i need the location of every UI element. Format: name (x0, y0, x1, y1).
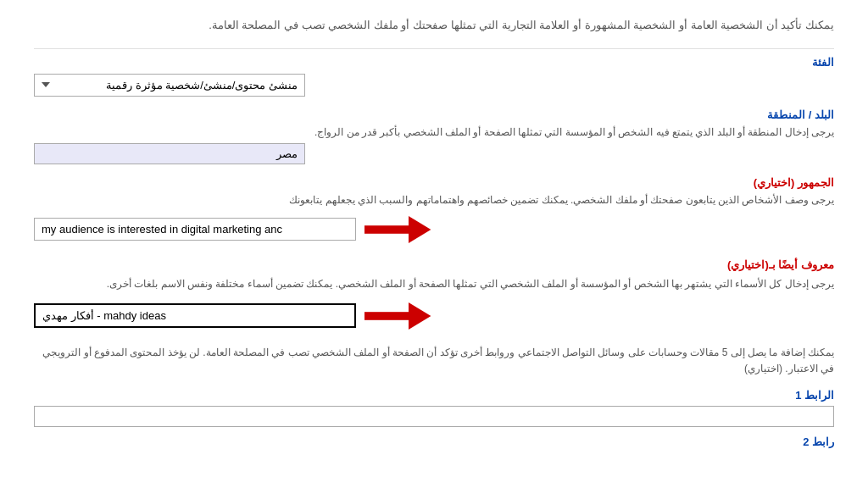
also-known-label: معروف أيضًا بـ(اختياري) (34, 258, 834, 271)
svg-marker-3 (409, 302, 431, 330)
link1-section: الرابط 1 (34, 389, 834, 427)
svg-marker-1 (409, 216, 431, 243)
svg-rect-2 (364, 312, 410, 320)
link2-label: رابط 2 (34, 435, 834, 448)
also-known-arrow-input-row (34, 299, 834, 333)
audience-input[interactable] (34, 218, 356, 241)
bottom-note: يمكنك إضافة ما يصل إلى 5 مقالات وحسابات … (34, 345, 834, 377)
also-known-description: يرجى إدخال كل الأسماء التي يشتهر بها الش… (34, 276, 834, 292)
also-known-input[interactable] (34, 303, 356, 328)
region-label: البلد / المنطقة (34, 108, 834, 121)
audience-section: الجمهور (اختياري) يرجى وصف الأشخاص الذين… (34, 176, 834, 247)
audience-label: الجمهور (اختياري) (34, 176, 834, 189)
link2-section: رابط 2 (34, 435, 834, 448)
audience-description: يرجى وصف الأشخاص الذين يتابعون صفحتك أو … (34, 194, 834, 206)
link1-input[interactable] (34, 406, 834, 427)
region-input-wrapper (34, 143, 834, 164)
region-description: يرجى إدخال المنطقة أو البلد الذي يتمتع ف… (34, 126, 834, 138)
divider-1 (34, 48, 834, 49)
also-known-section: معروف أيضًا بـ(اختياري) يرجى إدخال كل ال… (34, 258, 834, 333)
svg-rect-0 (364, 225, 410, 234)
audience-arrow-input-row (34, 213, 834, 247)
category-label: الفئة (34, 56, 834, 69)
top-description: يمكنك تأكيد أن الشخصية العامة أو الشخصية… (34, 17, 834, 35)
region-input[interactable] (34, 143, 305, 164)
category-dropdown[interactable]: منشئ محتوى/منشئ/شخصية مؤثرة رقمية شخصية … (34, 74, 305, 97)
also-known-arrow (364, 299, 432, 333)
link1-label: الرابط 1 (34, 389, 834, 402)
category-dropdown-wrapper: منشئ محتوى/منشئ/شخصية مؤثرة رقمية شخصية … (34, 74, 834, 97)
region-section: البلد / المنطقة يرجى إدخال المنطقة أو ال… (34, 108, 834, 164)
audience-arrow (364, 213, 432, 247)
page-container: يمكنك تأكيد أن الشخصية العامة أو الشخصية… (0, 0, 868, 488)
